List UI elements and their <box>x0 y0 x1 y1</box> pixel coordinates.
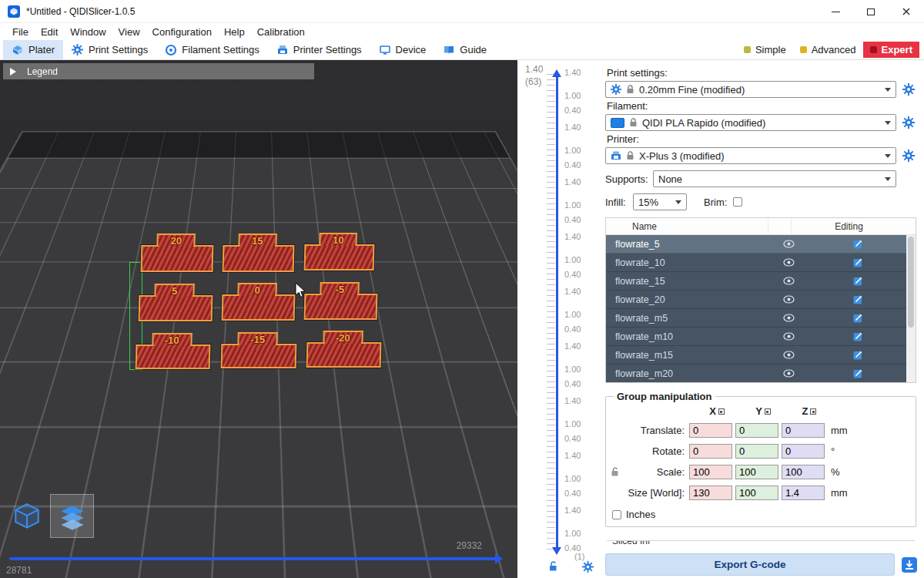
object-name: flowrate_20 <box>606 294 777 305</box>
mode-button[interactable]: Advanced <box>793 42 863 58</box>
flowrate-test-object[interactable]: -20 <box>306 342 382 368</box>
gear-icon <box>611 84 621 95</box>
eye-icon[interactable] <box>777 258 800 267</box>
maximize-button[interactable] <box>853 0 889 23</box>
close-button[interactable] <box>889 0 924 23</box>
tab[interactable]: Print Settings <box>63 40 156 59</box>
edit-icon[interactable] <box>800 368 916 378</box>
axis-y-input[interactable] <box>735 486 778 500</box>
inches-checkbox[interactable] <box>612 510 621 519</box>
menu-item[interactable]: View <box>112 25 146 39</box>
axis-y-input[interactable] <box>735 444 778 459</box>
tab[interactable]: Plater <box>3 40 63 59</box>
object-list-row[interactable]: flowrate_5 <box>606 235 916 254</box>
print-settings-gear-button[interactable] <box>901 83 916 96</box>
axis-z-input[interactable] <box>782 486 825 500</box>
menu-item[interactable]: Help <box>218 25 251 39</box>
flowrate-test-object[interactable]: -5 <box>304 294 378 320</box>
layer-height-labels: 1.401.000.401.401.000.401.401.000.401.40… <box>564 63 598 560</box>
object-list-row[interactable]: flowrate_20 <box>606 291 916 309</box>
minimize-button[interactable] <box>818 0 853 23</box>
menu-item[interactable]: Configuration <box>146 25 218 39</box>
filament-combo[interactable]: QIDI PLA Rapido (modified) <box>605 114 896 131</box>
legend-bar[interactable]: Legend <box>3 63 314 79</box>
print-settings-combo[interactable]: 0.20mm Fine (modified) <box>605 81 896 98</box>
tab[interactable]: Printer Settings <box>268 40 370 59</box>
edit-icon[interactable] <box>800 294 916 304</box>
eye-icon[interactable] <box>777 295 800 304</box>
flowrate-test-object[interactable]: 5 <box>139 295 213 321</box>
flowrate-test-object[interactable]: 0 <box>222 294 296 321</box>
printer-combo[interactable]: X-Plus 3 (modified) <box>605 147 896 164</box>
horizontal-move-slider[interactable] <box>9 557 500 560</box>
mode-button[interactable]: Simple <box>737 42 793 58</box>
axis-x-input[interactable] <box>689 486 732 500</box>
object-list-row[interactable]: flowrate_10 <box>606 254 916 272</box>
flowrate-test-object[interactable]: 10 <box>304 244 375 271</box>
vertical-layer-slider[interactable] <box>556 72 558 552</box>
tab[interactable]: Device <box>370 40 435 59</box>
layer-range-lock-icon[interactable] <box>548 561 558 574</box>
axis-z-input[interactable] <box>782 444 825 459</box>
menu-item[interactable]: Calibration <box>251 25 311 39</box>
axis-y-input[interactable] <box>735 465 778 479</box>
edit-icon[interactable] <box>800 313 916 323</box>
axis-y-input[interactable] <box>735 423 778 438</box>
chevron-down-icon <box>885 121 891 128</box>
3d-viewport[interactable]: Legend 20 15 <box>0 60 517 578</box>
edit-icon[interactable] <box>800 257 916 267</box>
scrollbar-thumb[interactable] <box>908 237 914 328</box>
tab[interactable]: Filament Settings <box>156 40 267 59</box>
flowrate-test-object[interactable]: -10 <box>136 344 211 369</box>
axis-x-input[interactable] <box>689 423 732 438</box>
tab[interactable]: Guide <box>434 40 495 59</box>
legend-label: Legend <box>27 66 58 77</box>
eye-icon[interactable] <box>777 240 800 248</box>
printer-gear-button[interactable] <box>901 150 916 162</box>
object-list-row[interactable]: flowrate_m20 <box>606 365 916 383</box>
mode-button[interactable]: Expert <box>863 42 919 58</box>
filament-gear-button[interactable] <box>901 116 916 129</box>
object-list-row[interactable]: flowrate_m10 <box>606 328 916 346</box>
menu-item[interactable]: Window <box>64 25 112 39</box>
eye-icon[interactable] <box>777 351 800 359</box>
export-gcode-button[interactable]: Export G-code <box>605 553 895 576</box>
supports-combo[interactable]: None <box>653 170 896 187</box>
3d-editor-view-button[interactable] <box>5 494 49 538</box>
flowrate-label-tab: 5 <box>155 284 195 297</box>
manipulation-row: Size [World]: mm <box>611 486 909 500</box>
layer-height-tick: 0.40 <box>564 432 598 446</box>
object-list-scrollbar[interactable] <box>906 235 916 382</box>
eye-icon[interactable] <box>777 277 800 285</box>
infill-combo[interactable]: 15% <box>633 193 687 210</box>
menu-item[interactable]: Edit <box>35 25 64 39</box>
edit-icon[interactable] <box>800 350 916 360</box>
layer-height-tick: 0.40 <box>564 158 598 173</box>
object-list-row[interactable]: flowrate_m5 <box>606 309 916 328</box>
eye-icon[interactable] <box>777 314 800 322</box>
preview-view-button[interactable] <box>50 494 94 538</box>
printer-icon <box>611 150 621 161</box>
axis-z-input[interactable] <box>782 423 825 438</box>
axis-z-input[interactable] <box>782 465 825 479</box>
axis-x-input[interactable] <box>689 465 732 479</box>
axis-x-input[interactable] <box>689 444 732 459</box>
brim-checkbox[interactable] <box>733 197 742 207</box>
flowrate-test-object[interactable]: 20 <box>141 245 214 272</box>
edit-icon[interactable] <box>800 239 916 249</box>
layer-slider-settings-icon[interactable] <box>582 561 594 573</box>
send-to-printer-icon[interactable] <box>901 556 918 573</box>
edit-icon[interactable] <box>800 276 916 286</box>
eye-icon[interactable] <box>777 332 800 341</box>
flowrate-test-object[interactable]: 15 <box>223 245 295 272</box>
object-list-row[interactable]: flowrate_15 <box>606 272 916 291</box>
object-list-row[interactable]: flowrate_m15 <box>606 346 916 365</box>
unit-label: ° <box>831 445 835 457</box>
menu-item[interactable]: File <box>6 25 35 39</box>
edit-icon[interactable] <box>800 331 916 341</box>
flowrate-label-tab: 20 <box>156 234 196 247</box>
layer-height-tick: 1.40 <box>564 339 598 354</box>
eye-icon[interactable] <box>777 369 800 378</box>
uniform-scale-lock-icon[interactable] <box>611 467 621 477</box>
flowrate-test-object[interactable]: -15 <box>221 344 297 368</box>
